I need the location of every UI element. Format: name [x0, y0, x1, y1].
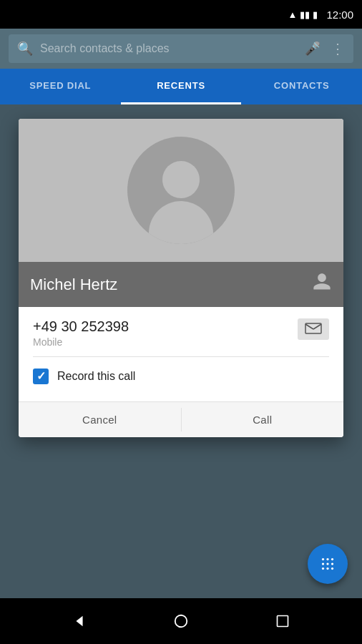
avatar-head	[162, 161, 200, 198]
signal-icon: ▮▮	[300, 9, 310, 20]
tab-bar: SPEED DIAL RECENTS CONTACTS	[0, 69, 362, 104]
dialog-overlay: Michel Hertz +49 30 252398 Mobile	[0, 104, 362, 598]
message-icon-button[interactable]	[298, 318, 329, 340]
mic-icon[interactable]: 🎤	[305, 41, 321, 57]
search-icon: 🔍	[17, 41, 33, 57]
avatar-body	[149, 201, 213, 244]
avatar	[127, 137, 235, 244]
phone-number: +49 30 252398	[33, 318, 129, 335]
search-input[interactable]	[40, 42, 298, 55]
record-checkbox-wrapper[interactable]: ✓	[33, 369, 49, 384]
svg-point-7	[326, 562, 328, 565]
battery-icon: ▮	[313, 9, 318, 20]
nav-home-button[interactable]	[163, 603, 199, 639]
phone-row: +49 30 252398 Mobile	[33, 318, 329, 357]
more-icon[interactable]: ⋮	[331, 40, 345, 57]
record-row: ✓ Record this call	[33, 357, 329, 390]
svg-rect-0	[305, 323, 321, 333]
svg-point-4	[326, 558, 328, 560]
svg-point-9	[322, 567, 324, 570]
contact-profile-icon[interactable]	[312, 272, 332, 297]
status-time: 12:00	[326, 9, 353, 21]
svg-point-8	[331, 562, 333, 565]
svg-point-13	[175, 615, 187, 628]
contact-name: Michel Hertz	[30, 275, 117, 294]
svg-point-3	[322, 558, 324, 560]
tab-contacts[interactable]: CONTACTS	[241, 69, 362, 104]
nav-back-button[interactable]	[62, 603, 97, 639]
phone-type: Mobile	[33, 336, 129, 348]
wifi-icon: ▲	[288, 9, 298, 20]
avatar-person	[127, 137, 235, 244]
nav-bar	[0, 598, 362, 644]
svg-point-11	[331, 567, 333, 570]
search-bar: 🔍 🎤 ⋮	[0, 29, 362, 69]
svg-point-6	[322, 562, 324, 565]
tab-speed-dial[interactable]: SPEED DIAL	[0, 69, 121, 104]
svg-line-2	[313, 324, 321, 329]
call-button[interactable]: Call	[182, 402, 344, 437]
dialog-actions: Cancel Call	[19, 401, 343, 437]
nav-recents-button[interactable]	[265, 603, 300, 639]
call-details: +49 30 252398 Mobile ✓	[19, 307, 343, 401]
contact-photo-area	[19, 119, 343, 262]
record-label: Record this call	[57, 370, 135, 383]
search-input-wrapper[interactable]: 🔍 🎤 ⋮	[9, 34, 353, 63]
tab-recents[interactable]: RECENTS	[121, 69, 242, 104]
contact-name-bar: Michel Hertz	[19, 262, 343, 307]
svg-line-1	[305, 324, 313, 329]
phone-info: +49 30 252398 Mobile	[33, 318, 129, 348]
svg-rect-14	[278, 616, 288, 627]
status-icons: ▲ ▮▮ ▮	[288, 9, 318, 20]
status-bar: ▲ ▮▮ ▮ 12:00	[0, 0, 362, 29]
svg-point-5	[331, 558, 333, 560]
svg-point-10	[326, 567, 328, 570]
fab-dialpad[interactable]	[308, 544, 348, 584]
call-dialog: Michel Hertz +49 30 252398 Mobile	[19, 119, 343, 437]
cancel-button[interactable]: Cancel	[19, 402, 181, 437]
svg-marker-12	[76, 616, 82, 627]
